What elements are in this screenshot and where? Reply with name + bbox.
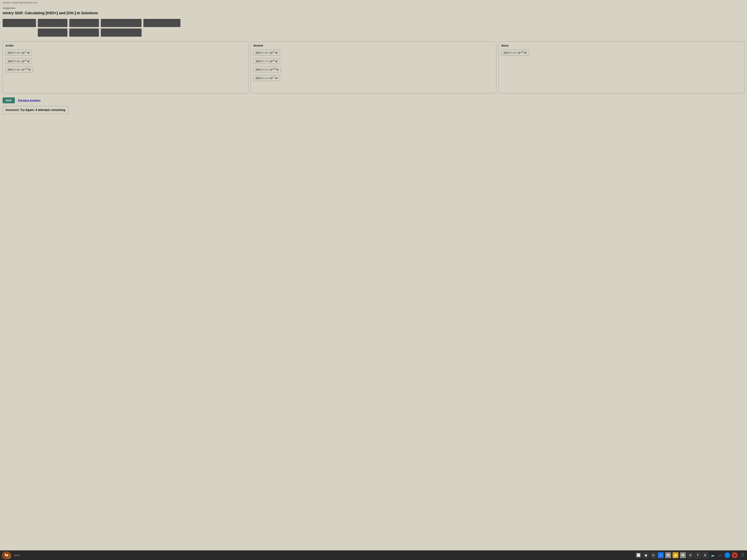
taskbar-camera-icon[interactable]: ◼ (643, 552, 649, 558)
equation-item[interactable]: [OH−] = 7 × 10−9 M (254, 58, 280, 64)
drag-target[interactable] (101, 28, 141, 37)
taskbar-app-icon[interactable]: 🐿 (2, 551, 11, 559)
drag-target[interactable] (101, 19, 141, 27)
drag-target[interactable] (144, 19, 180, 27)
equation-item[interactable]: [OH−] = 6 × 10−12 M (5, 66, 33, 73)
breadcrumb: Assignment (0, 5, 747, 10)
taskbar: 🐿 arch ⬜ ◼ ⊞ ⁄ M 📁 M U Y A ☁ ♪ 🌐 ● 🎵 (0, 550, 747, 560)
equation-item[interactable]: [OH−] = 9 × 10−4 M (5, 58, 32, 64)
drag-row-1 (3, 19, 744, 27)
taskbar-cloud-icon[interactable]: ☁ (710, 552, 716, 558)
taskbar-m-icon-1[interactable]: M (665, 552, 671, 558)
acidic-column[interactable]: Acidic [OH−] = 4 × 10−2 M [OH−] = 9 × 10… (3, 42, 249, 93)
equation-item[interactable]: [OH−] = 2 × 10−13 M (501, 50, 529, 56)
acidic-label: Acidic (5, 44, 246, 47)
equation-item[interactable]: [OH−] = 4 × 10−2 M (5, 50, 32, 56)
neutral-label: Neutral (254, 44, 494, 47)
drag-target[interactable] (69, 19, 99, 27)
drag-target[interactable] (69, 28, 99, 37)
taskbar-music-icon[interactable]: 🎵 (739, 552, 745, 558)
drag-target[interactable] (38, 28, 68, 37)
taskbar-edge-icon[interactable]: 🌐 (724, 552, 730, 558)
drag-row-2 (3, 28, 744, 37)
submit-button[interactable]: bmit (3, 98, 15, 103)
taskbar-search-label: arch (13, 553, 21, 557)
equation-item[interactable]: [OH−] = 1 × 10−7 M (254, 75, 280, 81)
equation-item[interactable]: [OH−] = 2 × 10−10 M (254, 66, 281, 73)
neutral-equations: [OH−] = 5 × 10−5 M [OH−] = 7 × 10−9 M [O… (254, 50, 494, 83)
taskbar-grid-icon[interactable]: ⊞ (650, 552, 656, 558)
bottom-bar: bmit Previous Answers (0, 95, 747, 105)
taskbar-m-icon-2[interactable]: M (680, 552, 686, 558)
taskbar-u-icon[interactable]: U (687, 552, 693, 558)
taskbar-circle-icon[interactable]: ● (732, 552, 738, 558)
taskbar-slash-icon[interactable]: ⁄ (658, 552, 664, 558)
taskbar-folder-icon[interactable]: 📁 (672, 552, 678, 558)
drag-area (0, 17, 747, 39)
columns-container: Acidic [OH−] = 4 × 10−2 M [OH−] = 9 × 10… (0, 39, 747, 95)
taskbar-window-icon[interactable]: ⬜ (636, 552, 641, 558)
drag-target[interactable] (38, 19, 68, 27)
basic-column[interactable]: Basic [OH−] = 2 × 10−13 M (498, 42, 744, 93)
taskbar-y-icon[interactable]: Y (695, 552, 701, 558)
taskbar-a-icon[interactable]: A (702, 552, 708, 558)
basic-label: Basic (501, 44, 742, 47)
equation-item[interactable]: [OH−] = 5 × 10−5 M (254, 50, 280, 56)
taskbar-music-note-icon[interactable]: ♪ (717, 552, 723, 558)
acidic-equations: [OH−] = 4 × 10−2 M [OH−] = 9 × 10−4 M [O… (5, 50, 246, 74)
url-bar: session.masteringchemistry.com (0, 0, 747, 5)
neutral-column[interactable]: Neutral [OH−] = 5 × 10−5 M [OH−] = 7 × 1… (251, 42, 496, 93)
drag-target[interactable] (3, 19, 36, 27)
previous-answers-link[interactable]: Previous Answers (18, 99, 41, 102)
basic-equations: [OH−] = 2 × 10−13 M (501, 50, 742, 57)
feedback-box: Incorrect; Try Again; 4 attempts remaini… (3, 106, 68, 114)
page-title: mistry Skill: Calculating [H3O+] and [OH… (0, 10, 747, 17)
